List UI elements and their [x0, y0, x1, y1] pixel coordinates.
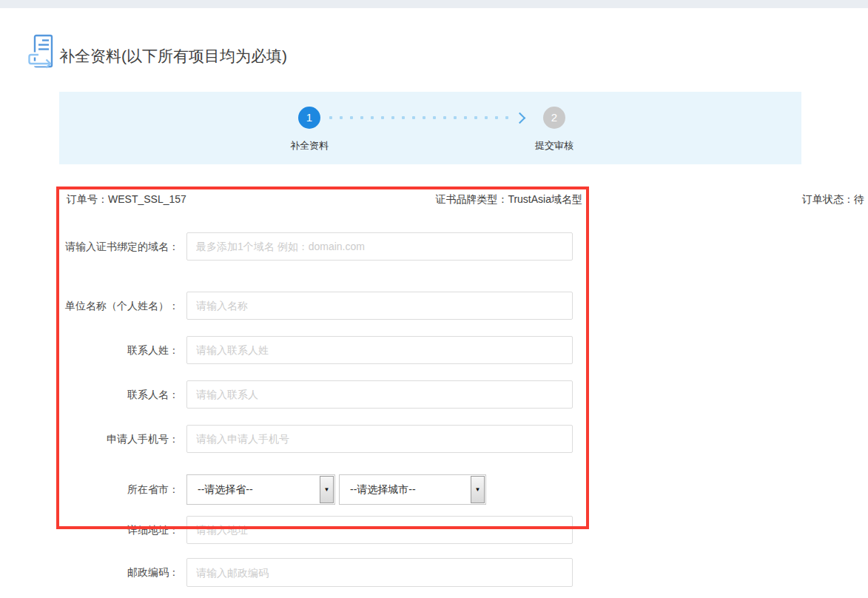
city-select-value: --请选择城市--: [350, 475, 416, 504]
applicant-phone-input[interactable]: [186, 425, 573, 453]
province-select-value: --请选择省--: [198, 475, 253, 504]
page-title: 补全资料(以下所有项目均为必填): [59, 45, 287, 67]
contact-last-name-input[interactable]: [186, 336, 573, 364]
chevron-right-icon: [514, 112, 526, 124]
domain-label: 请输入证书绑定的域名：: [56, 232, 179, 261]
province-city-label: 所在省市：: [56, 474, 179, 505]
contact-first-name-label: 联系人名：: [56, 380, 179, 409]
company-name-label: 单位名称（个人姓名）：: [56, 292, 179, 320]
domain-input[interactable]: [186, 232, 573, 261]
province-select[interactable]: --请选择省-- ▼: [186, 474, 335, 505]
step-2-label: 提交审核: [510, 139, 599, 152]
contact-last-name-label: 联系人姓：: [56, 336, 179, 364]
step-dotted-line: [326, 115, 511, 121]
postal-code-label: 邮政编码：: [56, 558, 179, 587]
postal-code-input[interactable]: [186, 558, 573, 587]
order-number: 订单号：WEST_SSL_157: [67, 193, 186, 206]
step-1-label: 补全资料: [265, 139, 354, 152]
top-bar: [0, 0, 868, 8]
address-label: 详细地址：: [56, 516, 179, 544]
caret-down-icon[interactable]: ▼: [320, 476, 334, 503]
certificate-brand-type: 证书品牌类型：TrustAsia域名型: [435, 193, 582, 206]
step-1-circle: 1: [298, 107, 320, 129]
progress-stepper: 1 2 补全资料 提交审核: [59, 92, 801, 164]
address-input[interactable]: [186, 516, 573, 544]
applicant-phone-label: 申请人手机号：: [56, 425, 179, 453]
step-2-circle: 2: [543, 107, 565, 129]
document-arrow-icon: [27, 34, 54, 70]
company-name-input[interactable]: [186, 292, 573, 320]
caret-down-icon[interactable]: ▼: [471, 476, 485, 503]
order-status: 订单状态：待: [802, 193, 864, 206]
contact-first-name-input[interactable]: [186, 380, 573, 409]
city-select[interactable]: --请选择城市-- ▼: [339, 474, 486, 505]
